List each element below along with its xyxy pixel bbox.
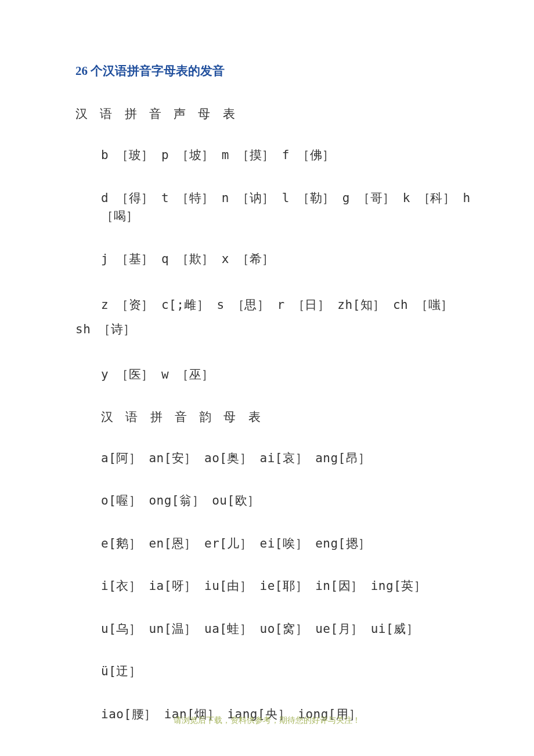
page-footer: 请浏览后下载，资料供参考，期待您的好评与关注！	[0, 715, 534, 726]
finals-row: ü[迂］	[101, 663, 476, 681]
initials-row: b ［玻］ p ［坡］ m ［摸］ f ［佛］	[101, 146, 476, 165]
initials-z-text: z ［资］ c[;雌］ s ［思］ r ［日］ zh[知］ ch ［嗤］ sh …	[75, 293, 476, 341]
finals-heading: 汉 语 拼 音 韵 母 表	[101, 409, 476, 425]
document-title: 26 个汉语拼音字母表的发音	[75, 63, 476, 79]
initials-row-wrapped: z ［资］ c[;雌］ s ［思］ r ［日］ zh[知］ ch ［嗤］ sh …	[75, 293, 476, 341]
initials-row: d ［得］ t ［特］ n ［讷］ l ［勒］ g ［哥］ k ［科］ h ［喝…	[101, 189, 476, 226]
finals-row: i[衣］ ia[呀］ iu[由］ ie[耶］ in[因］ ing[英］	[101, 577, 476, 596]
finals-row: a[阿］ an[安］ ao[奥］ ai[哀］ ang[昂］	[101, 449, 476, 468]
finals-row: u[乌］ un[温］ ua[蛙］ uo[窝］ ue[月］ ui[威］	[101, 620, 476, 639]
initials-row: j ［基］ q ［欺］ x ［希］	[101, 250, 476, 269]
initials-heading: 汉 语 拼 音 声 母 表	[75, 106, 476, 122]
finals-row: o[喔］ ong[翁］ ou[欧］	[101, 492, 476, 510]
initials-row: y ［医］ w ［巫］	[101, 366, 476, 384]
finals-row: e[鹅］ en[恩］ er[儿］ ei[唉］ eng[摁］	[101, 535, 476, 553]
